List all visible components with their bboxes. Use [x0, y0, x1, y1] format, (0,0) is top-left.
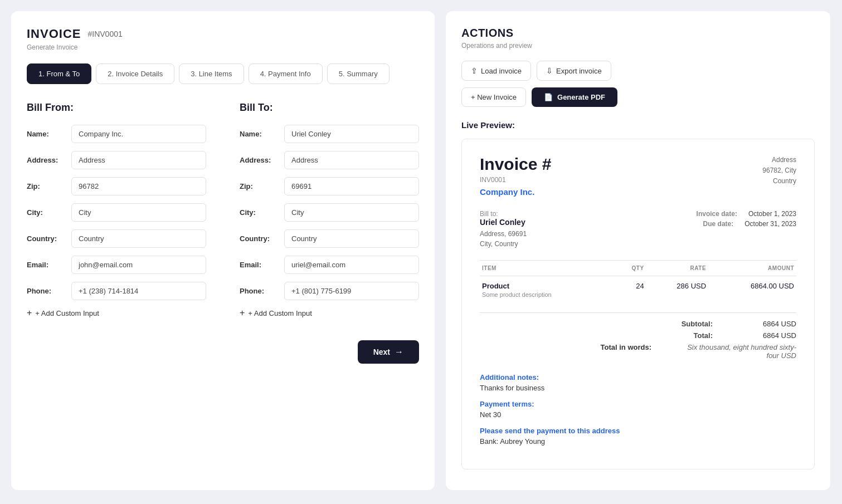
tab-payment-info[interactable]: 4. Payment Info: [249, 63, 323, 84]
from-email-input[interactable]: [71, 256, 206, 274]
to-add-custom-label: + Add Custom Input: [248, 309, 312, 317]
to-city-row: City:: [240, 203, 419, 222]
bill-from-section: Bill From: Name: Address: Zip: City:: [27, 102, 206, 318]
to-zip-label: Zip:: [240, 182, 279, 190]
to-country-input[interactable]: [284, 229, 419, 248]
right-panel: ACTIONS Operations and preview ⇪ Load in…: [446, 11, 830, 490]
invoice-date-value: October 1, 2023: [748, 210, 796, 218]
preview-totals: Subtotal: 6864 USD Total: 6864 USD Total…: [480, 312, 796, 360]
to-name-row: Name:: [240, 125, 419, 143]
from-add-custom-plus-icon: +: [27, 308, 32, 318]
from-phone-input[interactable]: [71, 282, 206, 300]
tab-from-to[interactable]: 1. From & To: [27, 63, 91, 84]
next-button[interactable]: Next →: [358, 340, 419, 364]
total-row: Total: 6864 USD: [480, 331, 796, 340]
to-country-row: Country:: [240, 229, 419, 248]
payment-terms-heading: Payment terms:: [480, 400, 796, 408]
from-city-input[interactable]: [71, 203, 206, 222]
additional-notes-heading: Additional notes:: [480, 373, 796, 381]
from-country-label: Country:: [27, 234, 66, 243]
from-address-row: Address:: [27, 151, 206, 169]
action-buttons-row1: ⇪ Load invoice ⇩ Export invoice: [461, 61, 815, 81]
from-country-input[interactable]: [71, 229, 206, 248]
to-phone-input[interactable]: [284, 282, 419, 300]
to-phone-label: Phone:: [240, 287, 279, 295]
from-add-custom-label: + Add Custom Input: [35, 309, 99, 317]
from-zip-input[interactable]: [71, 177, 206, 195]
to-city-label: City:: [240, 208, 279, 217]
to-city-input[interactable]: [284, 203, 419, 222]
live-preview-label: Live Preview:: [461, 120, 815, 130]
generate-pdf-label: Generate PDF: [557, 93, 605, 101]
to-address-row: Address:: [240, 151, 419, 169]
due-date-label: Due date:: [703, 220, 734, 228]
to-add-custom-plus-icon: +: [240, 308, 245, 318]
action-buttons-row2: + New Invoice 📄 Generate PDF: [461, 87, 815, 107]
preview-bill-addr1: Address, 69691: [480, 229, 527, 239]
to-email-row: Email:: [240, 256, 419, 274]
bill-to-title: Bill To:: [240, 102, 419, 114]
total-words-row: Total in words: Six thousand, eight hund…: [480, 343, 796, 360]
preview-bill-to-block: Bill to: Uriel Conley Address, 69691 Cit…: [480, 210, 527, 249]
qty-cell: 24: [616, 276, 646, 304]
tab-summary[interactable]: 5. Summary: [327, 63, 390, 84]
load-invoice-button[interactable]: ⇪ Load invoice: [461, 61, 531, 81]
pdf-icon: 📄: [544, 93, 553, 101]
total-value: 6864 USD: [746, 331, 796, 340]
from-add-custom-button[interactable]: + + Add Custom Input: [27, 308, 206, 318]
export-invoice-label: Export invoice: [556, 67, 602, 75]
invoice-title: INVOICE: [27, 27, 81, 41]
tab-invoice-details[interactable]: 2. Invoice Details: [96, 63, 174, 84]
bill-to-section: Bill To: Name: Address: Zip: City:: [240, 102, 419, 318]
to-add-custom-button[interactable]: + + Add Custom Input: [240, 308, 419, 318]
to-address-label: Address:: [240, 156, 279, 164]
export-invoice-button[interactable]: ⇩ Export invoice: [537, 61, 611, 81]
to-name-input[interactable]: [284, 125, 419, 143]
from-address-input[interactable]: [71, 151, 206, 169]
to-country-label: Country:: [240, 234, 279, 243]
preview-additional: Additional notes: Thanks for business Pa…: [480, 373, 796, 446]
total-words-label: Total in words:: [601, 343, 651, 360]
preview-header: Invoice # INV0001 Company Inc. Address 9…: [480, 155, 796, 197]
preview-bill-name: Uriel Conley: [480, 218, 527, 227]
tab-line-items[interactable]: 3. Line Items: [179, 63, 244, 84]
from-zip-label: Zip:: [27, 182, 66, 190]
generate-pdf-button[interactable]: 📄 Generate PDF: [532, 87, 617, 107]
load-invoice-label: Load invoice: [481, 67, 522, 75]
to-zip-row: Zip:: [240, 177, 419, 195]
payment-address-heading: Please send the payment to this address: [480, 427, 796, 435]
item-desc: Some product description: [482, 291, 614, 298]
invoice-number: #INV0001: [87, 30, 122, 38]
from-name-label: Name:: [27, 130, 66, 138]
bottom-bar: Next →: [27, 340, 419, 364]
new-invoice-button[interactable]: + New Invoice: [461, 87, 526, 107]
invoice-header: INVOICE #INV0001: [27, 27, 419, 41]
preview-bill-addr2: City, Country: [480, 239, 527, 249]
item-cell: Product Some product description: [480, 276, 616, 304]
preview-addr2: 96782, City: [762, 165, 796, 176]
preview-addr1: Address: [762, 155, 796, 165]
preview-company: Company Inc.: [480, 187, 551, 197]
to-zip-input[interactable]: [284, 177, 419, 195]
preview-addr3: Country: [762, 176, 796, 187]
preview-address-block: Address 96782, City Country: [762, 155, 796, 187]
from-name-input[interactable]: [71, 125, 206, 143]
next-label: Next: [373, 348, 390, 356]
subtotal-row: Subtotal: 6864 USD: [480, 320, 796, 328]
table-row: Product Some product description 24 286 …: [480, 276, 796, 304]
from-city-row: City:: [27, 203, 206, 222]
from-phone-label: Phone:: [27, 287, 66, 295]
preview-invoice-hash: Invoice #: [480, 155, 551, 174]
actions-title: ACTIONS: [461, 27, 815, 40]
preview-dates: Invoice date: October 1, 2023 Due date: …: [697, 210, 796, 249]
total-words-value: Six thousand, eight hundred sixty-four U…: [685, 343, 796, 360]
payment-terms-text: Net 30: [480, 410, 796, 419]
to-email-input[interactable]: [284, 256, 419, 274]
from-name-row: Name:: [27, 125, 206, 143]
preview-bill-section: Bill to: Uriel Conley Address, 69691 Cit…: [480, 210, 796, 249]
item-name: Product: [482, 282, 614, 290]
main-layout: INVOICE #INV0001 Generate Invoice 1. Fro…: [11, 11, 830, 490]
to-address-input[interactable]: [284, 151, 419, 169]
export-icon: ⇩: [546, 66, 553, 75]
from-email-row: Email:: [27, 256, 206, 274]
